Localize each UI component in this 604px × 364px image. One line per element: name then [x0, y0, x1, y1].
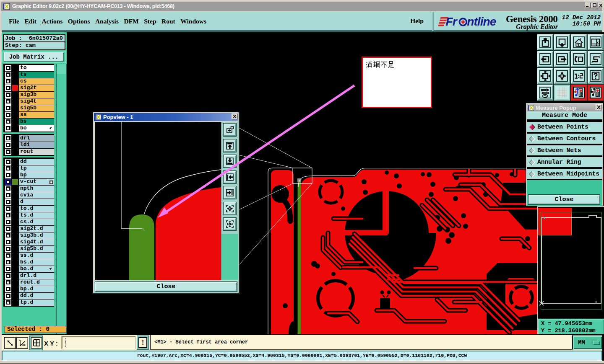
- layer-checkbox-npth[interactable]: [5, 186, 11, 192]
- titlebar[interactable]: Graphic Editor 9.02c2 (00@HY-HYCAM-PC013…: [0, 0, 604, 10]
- layer-checkbox-rout[interactable]: [5, 149, 11, 155]
- layer-name-dd[interactable]: dd: [19, 159, 54, 165]
- menu-item-step[interactable]: Step: [144, 18, 156, 25]
- layer-row-dd.d[interactable]: dd.d: [4, 292, 53, 299]
- layer-checkbox-sig2t[interactable]: [5, 85, 11, 91]
- layer-name-ts.d[interactable]: ts.d: [19, 212, 54, 219]
- menu-item-file[interactable]: File: [9, 18, 19, 25]
- layer-name-cs.d[interactable]: cs.d: [19, 219, 54, 225]
- overview-viewport[interactable]: [538, 208, 572, 235]
- layer-row-ldi[interactable]: ldi: [4, 142, 53, 148]
- measure-option-between-contours[interactable]: Between Contours: [527, 134, 602, 144]
- layer-name-sig5b[interactable]: sig5b: [19, 105, 54, 111]
- layer-name-ts[interactable]: ts: [19, 72, 54, 78]
- layer-name-drl[interactable]: drl: [19, 135, 54, 142]
- layer-checkbox-ldi[interactable]: [5, 142, 11, 148]
- layer-name-v-cut[interactable]: v-cut: [19, 179, 54, 185]
- menu-item-edit[interactable]: Edit: [24, 18, 36, 25]
- layer-name-bo.d[interactable]: bo.d: [19, 266, 54, 272]
- popview-arrow-up-box-button[interactable]: [224, 139, 236, 152]
- layer-name-rout[interactable]: rout: [19, 149, 54, 155]
- layer-row-bs[interactable]: bs: [4, 118, 53, 125]
- popview-arrows-in-button[interactable]: [224, 202, 236, 215]
- layer-row-tp[interactable]: tp: [4, 165, 53, 172]
- measure-popup[interactable]: Measure Popup Measure Mode Between Point…: [526, 103, 604, 206]
- zoom-center-button[interactable]: [554, 68, 570, 84]
- layer-name-sig3b[interactable]: sig3b: [19, 92, 54, 98]
- layer-checkbox-ts.d[interactable]: [5, 212, 11, 219]
- popview-arrow-down-box-button[interactable]: [224, 155, 236, 168]
- measure-option-annular-ring[interactable]: Annular Ring: [527, 157, 602, 167]
- layer-checkbox-tp.d[interactable]: [5, 299, 11, 306]
- layer-checkbox-dd.d[interactable]: [5, 293, 11, 299]
- layer-checkbox-d[interactable]: [5, 199, 11, 205]
- pan-right-button[interactable]: [554, 51, 570, 67]
- maximize-button[interactable]: [591, 3, 597, 8]
- layer-row-bs.d[interactable]: bs.d: [4, 259, 53, 266]
- layer-checkbox-cs.d[interactable]: [5, 219, 11, 225]
- layer-name-d[interactable]: d: [19, 199, 54, 205]
- layer-checkbox-bs[interactable]: [5, 119, 11, 125]
- layer-checkbox-ts[interactable]: [5, 72, 11, 78]
- popview-arrow-right-box-button[interactable]: [224, 186, 236, 199]
- pan-mode-button[interactable]: [4, 337, 16, 349]
- popview-arrow-left-box-button[interactable]: [224, 171, 236, 183]
- layer-name-bp[interactable]: bp: [19, 172, 54, 178]
- layer-row-bo.d[interactable]: bo.d: [4, 266, 53, 272]
- layer-checkbox-to[interactable]: [5, 65, 11, 71]
- layer-checkbox-ss.d[interactable]: [5, 253, 11, 259]
- menu-item-windows[interactable]: Windows: [180, 18, 206, 25]
- layer-swatch-sig2t[interactable]: [12, 85, 18, 91]
- layer-checkbox-drl.d[interactable]: [5, 273, 11, 279]
- zoom-margins-button[interactable]: [537, 68, 553, 84]
- layer-checkbox-bp[interactable]: [5, 172, 11, 178]
- menu-item-analysis[interactable]: Analysis: [95, 18, 119, 25]
- layer-row-cs.d[interactable]: cs.d: [4, 219, 53, 225]
- layer-checkbox-sig4t.d[interactable]: [5, 239, 11, 245]
- xy-input[interactable]: [62, 336, 135, 349]
- alert-button[interactable]: !: [137, 336, 149, 350]
- layer-row-cvia[interactable]: cvia: [4, 192, 53, 199]
- layer-name-tp[interactable]: tp: [19, 165, 54, 172]
- popview-titlebar[interactable]: Popview - 1: [94, 113, 238, 121]
- layer-name-ldi[interactable]: ldi: [19, 142, 54, 148]
- layer-checkbox-rout.d[interactable]: [5, 279, 11, 286]
- layer-swatch-v-cut[interactable]: [12, 179, 18, 185]
- layer-row-tp.d[interactable]: tp.d: [4, 299, 53, 306]
- windows-xy-button[interactable]: [588, 34, 604, 50]
- layer-name-sig4t[interactable]: sig4t: [19, 98, 54, 105]
- layer-name-tp.d[interactable]: tp.d: [19, 299, 54, 306]
- menu-item-help[interactable]: Help: [410, 17, 424, 25]
- layer-name-sig5b.d[interactable]: sig5b.d: [19, 246, 54, 252]
- layer-row-dd[interactable]: dd: [4, 158, 53, 165]
- serpentine-button[interactable]: [588, 51, 604, 67]
- layer-name-sig2t[interactable]: sig2t: [19, 85, 54, 91]
- layer-checkbox-to.d[interactable]: [5, 206, 11, 212]
- layer-checkbox-sig5b[interactable]: [5, 105, 11, 111]
- layer-name-sig2t.d[interactable]: sig2t.d: [19, 226, 54, 232]
- layer-row-bo[interactable]: bo: [4, 125, 53, 132]
- layer-row-sig5b[interactable]: sig5b: [4, 105, 53, 111]
- menu-item-options[interactable]: Options: [68, 18, 90, 25]
- help-query-button[interactable]: [588, 68, 604, 84]
- layer-name-drl.d[interactable]: drl.d: [19, 273, 54, 279]
- menu-item-rout[interactable]: Rout: [161, 18, 175, 25]
- measure-close-icon[interactable]: [596, 104, 602, 110]
- layer-checkbox-cs[interactable]: [5, 78, 11, 85]
- layer-name-bo[interactable]: bo: [19, 125, 54, 132]
- layer-row-cs[interactable]: cs: [4, 78, 53, 85]
- layer-name-ss[interactable]: ss: [19, 112, 54, 118]
- scrollbar-thumb[interactable]: [57, 64, 66, 74]
- layer-row-ts[interactable]: ts: [4, 71, 53, 78]
- layer-row-ss.d[interactable]: ss.d: [4, 252, 53, 259]
- layer-row-rout.d[interactable]: rout.d: [4, 279, 53, 286]
- zoom-out-button[interactable]: [554, 34, 570, 50]
- measure-option-between-midpoints[interactable]: Between Midpoints: [527, 169, 602, 179]
- popview-canvas[interactable]: [95, 122, 221, 280]
- grid-button[interactable]: [554, 85, 570, 101]
- annotation-box[interactable]: [362, 57, 432, 108]
- layer-name-ss.d[interactable]: ss.d: [19, 253, 54, 259]
- measure-option-between-nets[interactable]: Between Nets: [527, 145, 602, 155]
- layer-row-drl[interactable]: drl: [4, 135, 53, 142]
- layer-checkbox-ss[interactable]: [5, 112, 11, 118]
